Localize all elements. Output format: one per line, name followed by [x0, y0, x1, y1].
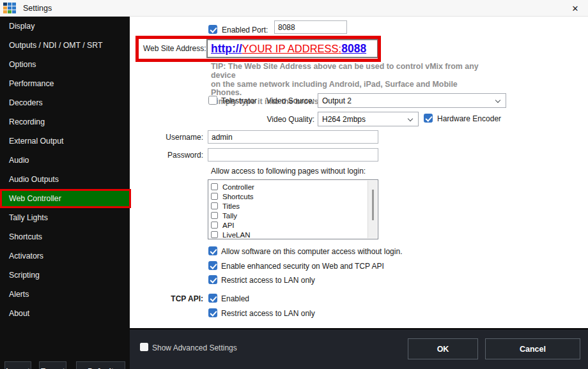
window-title: Settings — [23, 4, 52, 13]
export-button[interactable]: Export — [39, 361, 66, 369]
settings-window: Settings ✕ Display Outputs / NDI / OMT /… — [0, 0, 588, 369]
page-option[interactable]: API — [211, 220, 365, 230]
page-option[interactable]: Shortcuts — [211, 192, 365, 201]
web-enabled-label: Enabled — [222, 26, 250, 34]
video-quality-label: Video Quality: — [261, 115, 314, 124]
tcp-restrict-lan-checkbox[interactable] — [208, 308, 217, 317]
sidebar-item[interactable]: Options — [0, 55, 130, 74]
import-button[interactable]: Import — [4, 361, 31, 369]
sidebar-item[interactable]: Audio — [0, 151, 130, 170]
tcp-enabled-checkbox[interactable] — [208, 294, 217, 303]
page-option[interactable]: Controller — [211, 182, 365, 192]
tcp-api-label: TCP API: — [153, 294, 203, 303]
username-input[interactable] — [208, 130, 378, 144]
web-restrict-lan-checkbox[interactable] — [208, 275, 217, 284]
web-site-address-link[interactable]: http://YOUR IP ADDRESS:8088 — [206, 39, 378, 58]
pages-list: Controller Shortcuts Titles Tally — [211, 182, 365, 239]
video-quality-select[interactable]: H264 2mbps — [318, 112, 419, 126]
password-label: Password: — [153, 151, 203, 160]
sidebar-item[interactable]: Activators — [0, 246, 130, 266]
page-label: Shortcuts — [222, 193, 254, 200]
pages-listbox: Controller Shortcuts Titles Tally — [208, 179, 378, 239]
video-source-select[interactable]: Output 2 — [318, 93, 506, 108]
web-site-address-label: Web Site Address: — [143, 44, 206, 53]
ok-button[interactable]: OK — [408, 338, 478, 359]
sidebar: Display Outputs / NDI / OMT / SRT Option… — [0, 17, 130, 369]
show-advanced-label: Show Advanced Settings — [152, 343, 237, 352]
sidebar-item[interactable]: Performance — [0, 74, 130, 93]
page-label: LiveLAN — [222, 231, 250, 239]
sidebar-item-label: Performance — [9, 79, 54, 88]
sidebar-item[interactable]: External Output — [0, 132, 130, 151]
sidebar-item-label: Recording — [9, 117, 45, 126]
page-checkbox[interactable] — [211, 212, 218, 219]
scrollbar-thumb[interactable] — [372, 190, 374, 220]
telestrator-label: Telestrator — [221, 96, 257, 105]
username-label: Username: — [153, 133, 203, 142]
listbox-scrollbar[interactable] — [368, 181, 377, 238]
address-ip: YOUR IP ADDRESS — [242, 43, 339, 55]
app-logo-icon — [3, 3, 16, 13]
close-icon[interactable]: ✕ — [568, 2, 583, 15]
telestrator-checkbox[interactable] — [208, 96, 217, 105]
sidebar-item[interactable]: Decoders — [0, 93, 130, 112]
chevron-down-icon — [408, 116, 413, 121]
sidebar-item[interactable]: Display — [0, 17, 130, 36]
page-label: Controller — [222, 183, 254, 191]
page-label: Titles — [222, 202, 240, 210]
sidebar-item[interactable]: Scripting — [0, 266, 130, 285]
sidebar-item-label: Audio Outputs — [9, 175, 59, 184]
page-checkbox[interactable] — [211, 183, 218, 190]
sidebar-item[interactable]: Recording — [0, 112, 130, 132]
cancel-button[interactable]: Cancel — [485, 338, 580, 359]
sidebar-item-label: Alerts — [9, 290, 29, 299]
sidebar-item-label: Display — [9, 22, 35, 31]
sidebar-item[interactable]: Web Controller — [0, 189, 131, 208]
video-source-label: Video Source: — [261, 96, 314, 105]
sidebar-item[interactable]: Alerts — [0, 285, 130, 304]
sidebar-item-label: Shortcuts — [9, 232, 42, 241]
password-input[interactable] — [208, 148, 378, 162]
show-advanced-checkbox[interactable] — [140, 343, 148, 351]
page-label: API — [222, 222, 235, 229]
page-option[interactable]: Titles — [211, 201, 365, 211]
tcp-restrict-lan-label: Restrict access to LAN only — [221, 309, 315, 318]
page-checkbox[interactable] — [211, 202, 218, 209]
titlebar: Settings ✕ — [0, 0, 588, 17]
page-label: Tally — [222, 212, 237, 220]
chevron-down-icon — [495, 98, 500, 103]
address-port: 8088 — [341, 42, 366, 56]
sidebar-item[interactable]: Audio Outputs — [0, 170, 130, 189]
sidebar-item-label: About — [9, 309, 29, 318]
web-restrict-lan-label: Restrict access to LAN only — [221, 276, 315, 285]
page-checkbox[interactable] — [211, 231, 218, 238]
hardware-encoder-label: Hardware Encoder — [437, 114, 501, 123]
sidebar-item[interactable]: Outputs / NDI / OMT / SRT — [0, 36, 130, 55]
web-enabled-checkbox[interactable] — [208, 25, 217, 34]
sidebar-item-label: Scripting — [9, 271, 40, 280]
page-option[interactable]: LiveLAN — [211, 230, 365, 239]
sidebar-footer: Import Export Default — [0, 345, 130, 369]
video-quality-value: H264 2mbps — [322, 115, 366, 124]
sidebar-item[interactable]: Shortcuts — [0, 227, 130, 246]
port-input[interactable] — [274, 20, 347, 34]
sidebar-item[interactable]: Tally Lights — [0, 208, 130, 227]
page-checkbox[interactable] — [211, 222, 218, 229]
enhanced-security-checkbox[interactable] — [208, 261, 217, 270]
sidebar-nav: Display Outputs / NDI / OMT / SRT Option… — [0, 17, 130, 323]
enhanced-security-label: Enable enhanced security on Web and TCP … — [221, 262, 384, 271]
allow-pages-label: Allow access to following pages without … — [211, 167, 366, 176]
sidebar-item-label: Outputs / NDI / OMT / SRT — [9, 41, 102, 50]
video-source-value: Output 2 — [322, 96, 352, 105]
hardware-encoder-checkbox[interactable] — [424, 114, 433, 123]
page-checkbox[interactable] — [211, 193, 218, 200]
sidebar-item-label: Audio — [9, 156, 29, 165]
address-http: http:// — [211, 42, 242, 56]
sidebar-item[interactable]: About — [0, 304, 130, 323]
sidebar-item-label: Tally Lights — [9, 213, 48, 222]
default-button[interactable]: Default — [76, 361, 125, 369]
page-option[interactable]: Tally — [211, 211, 365, 220]
sidebar-item-label: External Output — [9, 137, 63, 146]
allow-software-checkbox[interactable] — [208, 246, 217, 255]
sidebar-item-label: Web Controller — [9, 194, 61, 203]
